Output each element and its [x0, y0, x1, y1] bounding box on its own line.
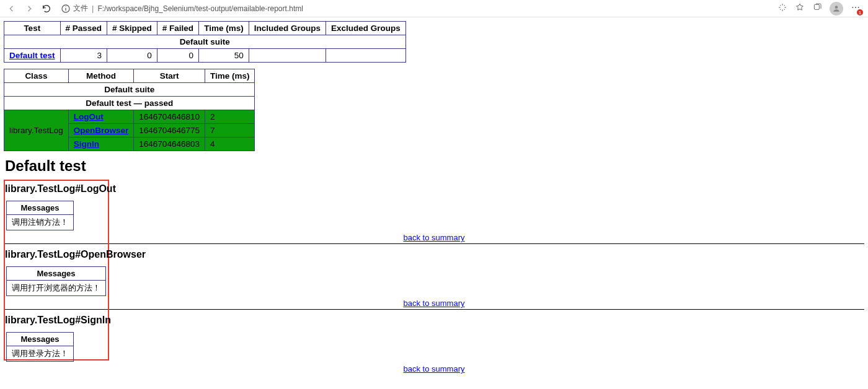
test-label: Default test — passed: [4, 97, 255, 110]
back-to-summary-link[interactable]: back to summary: [404, 364, 465, 374]
profile-button[interactable]: [830, 2, 843, 15]
person-icon: [832, 4, 841, 13]
page-info-chip[interactable]: 文件: [61, 3, 88, 14]
reload-button[interactable]: [40, 2, 53, 15]
time-cell: 7: [205, 124, 255, 138]
included-cell: [249, 49, 326, 63]
messages-header: Messages: [7, 333, 74, 346]
back-to-summary-link[interactable]: back to summary: [404, 299, 465, 308]
method-cell: OpenBrowser: [68, 124, 134, 138]
excluded-cell: [326, 49, 405, 63]
test-link[interactable]: Default test: [9, 51, 55, 60]
svg-rect-3: [814, 4, 819, 9]
reload-icon: [42, 4, 51, 14]
back-button[interactable]: [5, 2, 19, 15]
messages-table: Messages 调用打开浏览器的方法！: [6, 266, 106, 296]
time-cell: 4: [205, 138, 255, 151]
divider: [4, 243, 864, 244]
info-icon: [61, 4, 71, 14]
col-skipped: # Skipped: [107, 22, 157, 35]
test-row: Default test — passed: [4, 97, 255, 110]
method-heading: library.TestLog#LogOut: [4, 183, 864, 194]
collections-icon: [812, 2, 822, 12]
back-link-row: back to summary: [4, 364, 864, 374]
test-name-cell: Default test: [4, 49, 61, 63]
suite-label: Default suite: [4, 83, 255, 97]
passed-cell: 3: [60, 49, 107, 63]
toolbar-right: 1: [777, 2, 863, 15]
address-bar[interactable]: 文件 | F:/workspace/Bjhg_Selenium/test-out…: [57, 2, 774, 15]
back-to-summary-link[interactable]: back to summary: [404, 233, 465, 242]
col-start: Start: [134, 69, 205, 83]
summary-table: Test # Passed # Skipped # Failed Time (m…: [4, 21, 406, 63]
start-cell: 1646704646810: [134, 110, 205, 124]
col-time: Time (ms): [199, 22, 249, 35]
suite-label: Default suite: [4, 35, 406, 49]
col-class: Class: [4, 69, 69, 83]
message-cell: 调用注销方法！: [7, 215, 74, 230]
table-header-row: Test # Passed # Skipped # Failed Time (m…: [4, 22, 406, 35]
page-content: Test # Passed # Skipped # Failed Time (m…: [0, 17, 868, 378]
svg-point-7: [858, 7, 859, 8]
more-menu-button[interactable]: 1: [851, 2, 861, 14]
start-cell: 1646704646775: [134, 124, 205, 138]
table-header-row: Class Method Start Time (ms): [4, 69, 255, 83]
message-cell: 调用登录方法！: [7, 346, 74, 362]
url-text: F:/workspace/Bjhg_Selenium/test-output/e…: [97, 4, 303, 13]
time-cell: 2: [205, 110, 255, 124]
messages-header: Messages: [7, 267, 106, 281]
failed-cell: 0: [157, 49, 198, 63]
sparkle-icon: [777, 2, 787, 12]
col-excluded: Excluded Groups: [326, 22, 405, 35]
messages-table: Messages 调用登录方法！: [6, 332, 74, 362]
back-link-row: back to summary: [4, 299, 864, 308]
suite-row: Default suite: [4, 83, 255, 97]
suite-row: Default suite: [4, 35, 406, 49]
time-cell: 50: [199, 49, 249, 63]
col-method: Method: [68, 69, 134, 83]
page-title: Default test: [4, 157, 864, 175]
svg-point-6: [855, 7, 856, 8]
method-row: library.TestLog LogOut 1646704646810 2: [4, 110, 255, 124]
class-cell: library.TestLog: [4, 110, 69, 151]
start-cell: 1646704646803: [134, 138, 205, 151]
favorites-button[interactable]: [795, 2, 805, 14]
col-passed: # Passed: [60, 22, 107, 35]
messages-table: Messages 调用注销方法！: [6, 201, 74, 230]
methods-table: Class Method Start Time (ms) Default sui…: [4, 69, 255, 151]
table-row: Default test 3 0 0 50: [4, 49, 406, 63]
col-failed: # Failed: [157, 22, 198, 35]
back-link-row: back to summary: [4, 233, 864, 242]
notification-badge: 1: [857, 9, 863, 15]
skipped-cell: 0: [107, 49, 157, 63]
col-included: Included Groups: [249, 22, 326, 35]
method-link[interactable]: OpenBrowser: [74, 126, 129, 135]
col-time: Time (ms): [205, 69, 255, 83]
arrow-right-icon: [24, 4, 34, 14]
read-aloud-button[interactable]: [777, 2, 787, 14]
collections-button[interactable]: [812, 2, 822, 14]
svg-point-4: [835, 6, 838, 9]
star-plus-icon: [795, 2, 805, 12]
message-cell: 调用打开浏览器的方法！: [7, 281, 106, 296]
file-label: 文件: [73, 3, 88, 14]
method-cell: SignIn: [68, 138, 134, 151]
svg-point-2: [65, 6, 66, 7]
method-heading: library.TestLog#SignIn: [4, 315, 864, 326]
method-cell: LogOut: [68, 110, 134, 124]
messages-header: Messages: [7, 201, 74, 215]
browser-toolbar: 文件 | F:/workspace/Bjhg_Selenium/test-out…: [0, 0, 868, 17]
forward-button[interactable]: [22, 2, 36, 15]
col-test: Test: [4, 22, 61, 35]
method-heading: library.TestLog#OpenBrowser: [4, 249, 864, 260]
svg-point-5: [852, 7, 853, 8]
method-link[interactable]: LogOut: [74, 112, 104, 121]
method-link[interactable]: SignIn: [74, 139, 99, 149]
arrow-left-icon: [7, 4, 17, 14]
divider: [4, 309, 864, 310]
